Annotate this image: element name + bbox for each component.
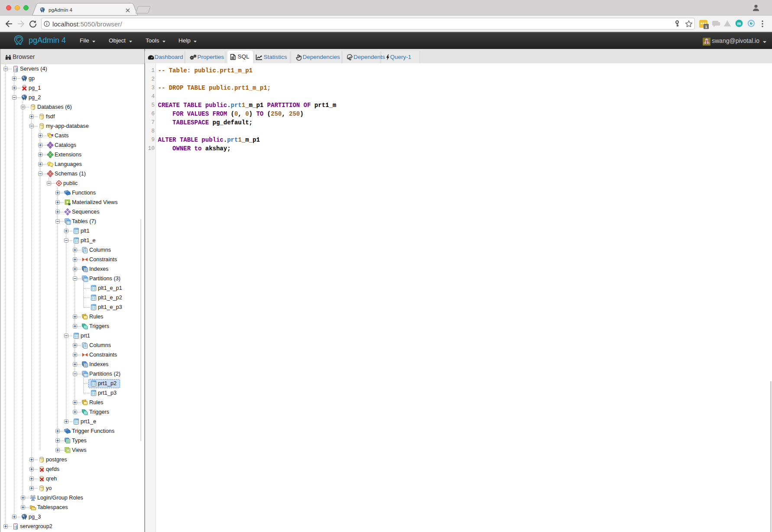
svg-text:1: 1 bbox=[705, 24, 707, 29]
svg-text:m: m bbox=[737, 21, 741, 26]
svg-text:M: M bbox=[68, 203, 71, 206]
